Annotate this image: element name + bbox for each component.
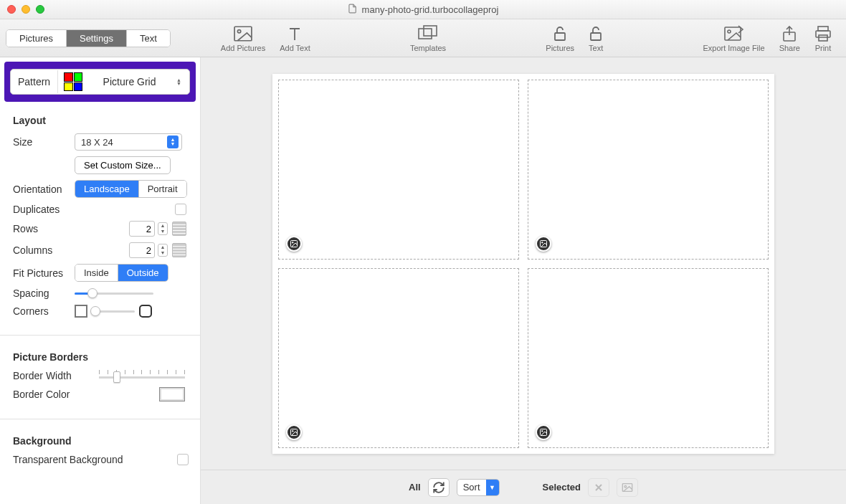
window-controls — [7, 5, 44, 14]
collage-cell[interactable] — [278, 268, 519, 448]
tab-text[interactable]: Text — [127, 30, 170, 47]
collage-cell[interactable] — [528, 268, 769, 448]
transparent-bg-label: Transparent Background — [13, 454, 142, 465]
border-color-label: Border Color — [13, 389, 99, 400]
size-label: Size — [13, 136, 75, 148]
svg-point-21 — [624, 485, 627, 488]
border-width-label: Border Width — [13, 370, 99, 381]
zoom-window[interactable] — [36, 5, 44, 14]
rows-stepper[interactable]: ▲▼ — [129, 221, 168, 237]
corners-slider[interactable] — [92, 310, 135, 313]
svg-rect-3 — [424, 26, 437, 36]
collage-cell[interactable] — [528, 80, 769, 260]
collage-canvas[interactable] — [272, 74, 774, 454]
columns-label: Columns — [13, 244, 75, 256]
grid-preview-icon — [172, 222, 186, 236]
border-width-slider[interactable] — [99, 370, 185, 381]
print-button[interactable]: Print — [807, 24, 839, 52]
fit-outside[interactable]: Outside — [118, 265, 168, 281]
sort-button[interactable]: Sort ▼ — [457, 479, 500, 496]
edit-selected-button[interactable] — [617, 478, 638, 497]
svg-point-13 — [293, 242, 294, 243]
image-plus-icon — [234, 24, 252, 44]
fit-toggle: Inside Outside — [75, 264, 168, 282]
columns-input[interactable] — [129, 242, 155, 258]
add-image-badge[interactable] — [286, 424, 302, 440]
canvas-area: All Sort ▼ Selected — [201, 57, 846, 504]
text-icon — [287, 24, 302, 44]
svg-rect-2 — [419, 29, 432, 39]
pattern-selector-highlight: Pattern Picture Grid ▲▼ — [4, 62, 196, 102]
export-button[interactable]: Export Image File — [695, 24, 771, 52]
add-pictures-button[interactable]: Add Pictures — [214, 24, 272, 52]
corners-square-icon — [75, 305, 87, 318]
add-image-badge[interactable] — [536, 424, 551, 440]
unlock-icon — [589, 24, 603, 44]
duplicates-checkbox[interactable] — [175, 204, 186, 215]
svg-rect-11 — [819, 35, 827, 41]
bottom-bar: All Sort ▼ Selected — [201, 470, 846, 504]
pattern-selector[interactable]: Pattern Picture Grid ▲▼ — [10, 69, 190, 95]
close-window[interactable] — [7, 5, 16, 14]
add-image-badge[interactable] — [286, 236, 302, 252]
document-icon — [348, 4, 358, 16]
fit-inside[interactable]: Inside — [75, 265, 118, 281]
duplicates-label: Duplicates — [13, 204, 75, 215]
svg-rect-10 — [816, 31, 830, 37]
window-title: many-photo-grid.turbocollageproj — [348, 4, 499, 16]
spacing-label: Spacing — [13, 287, 75, 299]
chevron-updown-icon: ▲▼ — [167, 135, 179, 148]
lock-text-button[interactable]: Text — [581, 24, 610, 52]
shuffle-button[interactable] — [428, 478, 450, 497]
all-label: All — [409, 482, 421, 493]
window-title-text: many-photo-grid.turbocollageproj — [362, 4, 499, 15]
tab-settings[interactable]: Settings — [67, 30, 127, 47]
pattern-label: Pattern — [11, 70, 58, 93]
size-select[interactable]: 18 X 24 ▲▼ — [75, 133, 182, 151]
corners-label: Corners — [13, 305, 75, 317]
corners-round-icon — [139, 305, 152, 318]
svg-point-17 — [293, 430, 294, 432]
svg-rect-0 — [234, 27, 252, 41]
transparent-bg-checkbox[interactable] — [177, 454, 189, 465]
minimize-window[interactable] — [22, 5, 30, 14]
templates-icon — [418, 24, 438, 44]
svg-rect-9 — [818, 27, 828, 31]
stepper-arrows[interactable]: ▲▼ — [158, 222, 168, 235]
templates-button[interactable]: Templates — [403, 24, 453, 52]
add-text-button[interactable]: Add Text — [272, 24, 318, 52]
lock-pictures-button[interactable]: Pictures — [538, 24, 581, 52]
share-icon — [782, 24, 797, 44]
share-button[interactable]: Share — [772, 24, 807, 52]
svg-point-1 — [237, 30, 240, 33]
background-heading: Background — [13, 435, 189, 447]
borders-heading: Picture Borders — [13, 351, 189, 363]
columns-stepper[interactable]: ▲▼ — [129, 242, 168, 258]
svg-point-15 — [542, 242, 543, 243]
unlock-icon — [553, 24, 567, 44]
tab-pictures[interactable]: Pictures — [6, 30, 67, 47]
svg-point-7 — [728, 30, 731, 33]
toolbar: Pictures Settings Text Add Pictures Add … — [0, 19, 846, 57]
layout-heading: Layout — [13, 115, 189, 126]
stepper-arrows[interactable]: ▲▼ — [158, 244, 168, 257]
pattern-grid-icon — [64, 72, 82, 91]
rows-input[interactable] — [129, 221, 155, 237]
chevron-updown-icon: ▲▼ — [176, 78, 184, 85]
svg-point-19 — [542, 430, 543, 432]
orientation-landscape[interactable]: Landscape — [75, 181, 139, 197]
orientation-portrait[interactable]: Portrait — [139, 181, 186, 197]
orientation-toggle: Landscape Portrait — [75, 180, 187, 198]
sidebar-tabs: Pictures Settings Text — [6, 29, 171, 47]
custom-size-button[interactable]: Set Custom Size... — [75, 156, 171, 174]
delete-selected-button[interactable] — [588, 478, 609, 497]
selected-label: Selected — [543, 482, 581, 493]
collage-cell[interactable] — [278, 80, 519, 260]
border-color-well[interactable] — [159, 387, 185, 401]
add-image-badge[interactable] — [536, 236, 551, 252]
export-icon — [724, 24, 744, 44]
spacing-slider[interactable] — [75, 293, 153, 295]
grid-preview-icon — [172, 243, 186, 257]
rows-label: Rows — [13, 223, 75, 234]
print-icon — [814, 24, 832, 44]
